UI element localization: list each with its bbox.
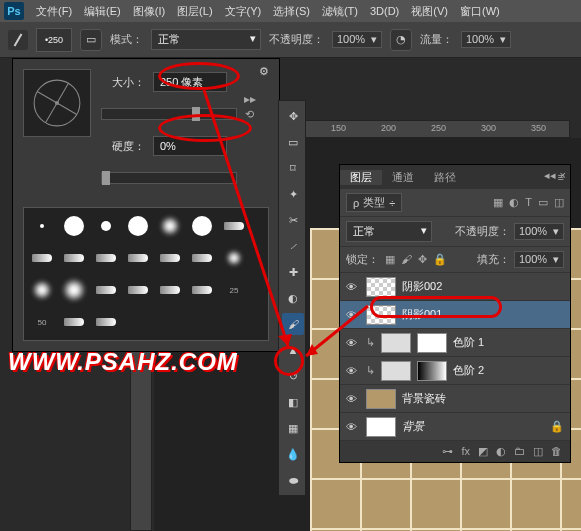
tools-panel: ✥ ▭ ⌑ ✦ ✂ ⟋ ✚ ◐ 🖌 ▲ ↺ ◧ ▦ 💧 ⬬ bbox=[278, 100, 306, 496]
marquee-tool-icon[interactable]: ▭ bbox=[282, 131, 304, 153]
flow-label: 流量： bbox=[420, 32, 453, 47]
visibility-icon[interactable]: 👁 bbox=[346, 421, 360, 433]
fx-icon[interactable]: fx bbox=[461, 445, 470, 458]
visibility-icon[interactable]: 👁 bbox=[346, 337, 360, 349]
menu-filter[interactable]: 滤镜(T) bbox=[316, 4, 364, 19]
layer-thumb bbox=[366, 305, 396, 325]
layer-row[interactable]: 👁 阴影001 bbox=[340, 301, 570, 329]
lock-transparent-icon[interactable]: ▦ bbox=[385, 253, 395, 266]
dodge-tool-icon[interactable]: ⬬ bbox=[282, 469, 304, 491]
new-layer-icon[interactable]: ◫ bbox=[533, 445, 543, 458]
heal-tool-icon[interactable]: ✚ bbox=[282, 261, 304, 283]
visibility-icon[interactable]: 👁 bbox=[346, 281, 360, 293]
eraser-tool-icon[interactable]: ◧ bbox=[282, 391, 304, 413]
brush-preset-picker[interactable]: • 250 bbox=[36, 28, 72, 52]
brush-tool-icon[interactable] bbox=[8, 30, 28, 50]
filter-shape-icon[interactable]: ▭ bbox=[538, 196, 548, 209]
size-slider[interactable] bbox=[101, 108, 237, 120]
filter-pixel-icon[interactable]: ▦ bbox=[493, 196, 503, 209]
layer-row[interactable]: 👁 ↳ 色阶 1 bbox=[340, 329, 570, 357]
lock-icon: 🔒 bbox=[550, 420, 564, 433]
size-input[interactable] bbox=[153, 72, 227, 92]
visibility-icon[interactable]: 👁 bbox=[346, 365, 360, 377]
layer-row[interactable]: 👁 背景 🔒 bbox=[340, 413, 570, 441]
menu-file[interactable]: 文件(F) bbox=[30, 4, 78, 19]
eyedropper-tool-icon[interactable]: ⟋ bbox=[282, 235, 304, 257]
blur-tool-icon[interactable]: 💧 bbox=[282, 443, 304, 465]
mask-icon[interactable]: ◩ bbox=[478, 445, 488, 458]
opacity-label: 不透明度： bbox=[269, 32, 324, 47]
pressure-opacity-icon[interactable]: ◔ bbox=[390, 29, 412, 51]
mask-thumb bbox=[417, 333, 447, 353]
menu-edit[interactable]: 编辑(E) bbox=[78, 4, 127, 19]
stamp-tool-icon[interactable]: ▲ bbox=[282, 339, 304, 361]
layers-footer: ⊶ fx ◩ ◐ 🗀 ◫ 🗑 bbox=[340, 441, 570, 462]
menu-3d[interactable]: 3D(D) bbox=[364, 5, 405, 17]
gradient-tool-icon[interactable]: ▦ bbox=[282, 417, 304, 439]
menu-layer[interactable]: 图层(L) bbox=[171, 4, 218, 19]
layer-opacity-label: 不透明度： bbox=[455, 224, 510, 239]
move-tool-icon[interactable]: ✥ bbox=[282, 105, 304, 127]
layer-row[interactable]: 👁 ↳ 色阶 2 bbox=[340, 357, 570, 385]
layer-thumb bbox=[366, 417, 396, 437]
close-icon[interactable]: × bbox=[560, 169, 566, 182]
layer-row[interactable]: 👁 阴影002 bbox=[340, 273, 570, 301]
layer-list: 👁 阴影002 👁 阴影001 👁 ↳ 色阶 1 👁 ↳ 色阶 2 👁 背景瓷砖 bbox=[340, 273, 570, 441]
brush-settings-panel: ⚙ 大小： ⟲ 硬度： bbox=[12, 58, 280, 352]
brush-tool-icon[interactable]: 🖌 bbox=[282, 313, 304, 335]
lock-all-icon[interactable]: 🔒 bbox=[433, 253, 447, 266]
layers-panel: ◂◂ × 图层 通道 路径 ≡ ρ 类型 ÷ ▦ ◐ T ▭ ◫ 正常 不透明度… bbox=[339, 164, 571, 463]
visibility-icon[interactable]: 👁 bbox=[346, 309, 360, 321]
hardness-slider[interactable] bbox=[101, 172, 237, 184]
adjust-thumb bbox=[381, 361, 411, 381]
crop-tool-icon[interactable]: ✂ bbox=[282, 209, 304, 231]
delete-icon[interactable]: 🗑 bbox=[551, 445, 562, 458]
ps-logo: Ps bbox=[4, 2, 24, 20]
mask-thumb bbox=[417, 361, 447, 381]
group-icon[interactable]: 🗀 bbox=[514, 445, 525, 458]
layer-opacity-input[interactable]: 100%▾ bbox=[514, 223, 564, 240]
visibility-icon[interactable]: 👁 bbox=[346, 393, 360, 405]
adjust-thumb bbox=[381, 333, 411, 353]
menu-image[interactable]: 图像(I) bbox=[127, 4, 171, 19]
wand-tool-icon[interactable]: ✦ bbox=[282, 183, 304, 205]
layer-blend-dropdown[interactable]: 正常 bbox=[346, 221, 432, 242]
panel-tabs: 图层 通道 路径 ≡ bbox=[340, 165, 570, 189]
adjustment-icon[interactable]: ◐ bbox=[496, 445, 506, 458]
menu-window[interactable]: 窗口(W) bbox=[454, 4, 506, 19]
hardness-input[interactable] bbox=[153, 136, 227, 156]
panel-arrow-icon[interactable]: ▸▸ bbox=[244, 92, 256, 106]
history-brush-icon[interactable]: ↺ bbox=[282, 365, 304, 387]
fill-label: 填充： bbox=[477, 252, 510, 267]
tab-channels[interactable]: 通道 bbox=[382, 170, 424, 185]
filter-adjust-icon[interactable]: ◐ bbox=[509, 196, 519, 209]
brush-presets-grid[interactable]: 25 50 bbox=[23, 207, 269, 341]
menu-bar: Ps 文件(F) 编辑(E) 图像(I) 图层(L) 文字(Y) 选择(S) 滤… bbox=[0, 0, 581, 22]
menu-select[interactable]: 选择(S) bbox=[267, 4, 316, 19]
layer-row[interactable]: 👁 背景瓷砖 bbox=[340, 385, 570, 413]
layer-thumb bbox=[366, 277, 396, 297]
lock-paint-icon[interactable]: 🖌 bbox=[401, 253, 412, 266]
mode-label: 模式： bbox=[110, 32, 143, 47]
menu-view[interactable]: 视图(V) bbox=[405, 4, 454, 19]
menu-type[interactable]: 文字(Y) bbox=[219, 4, 268, 19]
patch-tool-icon[interactable]: ◐ bbox=[282, 287, 304, 309]
flow-input[interactable]: 100%▾ bbox=[461, 31, 511, 48]
opacity-input[interactable]: 100%▾ bbox=[332, 31, 382, 48]
filter-type-icon[interactable]: T bbox=[525, 196, 532, 209]
lock-position-icon[interactable]: ✥ bbox=[418, 253, 427, 266]
watermark-text: WWW.PSAHZ.COM bbox=[8, 348, 238, 376]
hardness-label: 硬度： bbox=[101, 139, 145, 154]
tab-layers[interactable]: 图层 bbox=[340, 170, 382, 185]
lasso-tool-icon[interactable]: ⌑ bbox=[282, 157, 304, 179]
layer-thumb bbox=[366, 389, 396, 409]
collapse-icon[interactable]: ◂◂ bbox=[544, 169, 556, 182]
layer-filter-type[interactable]: ρ 类型 ÷ bbox=[346, 193, 402, 212]
blend-mode-dropdown[interactable]: 正常 bbox=[151, 29, 261, 50]
brush-tip-preview bbox=[23, 69, 91, 137]
brush-panel-toggle-icon[interactable]: ▭ bbox=[80, 29, 102, 51]
filter-smart-icon[interactable]: ◫ bbox=[554, 196, 564, 209]
tab-paths[interactable]: 路径 bbox=[424, 170, 466, 185]
fill-input[interactable]: 100%▾ bbox=[514, 251, 564, 268]
link-layers-icon[interactable]: ⊶ bbox=[442, 445, 453, 458]
